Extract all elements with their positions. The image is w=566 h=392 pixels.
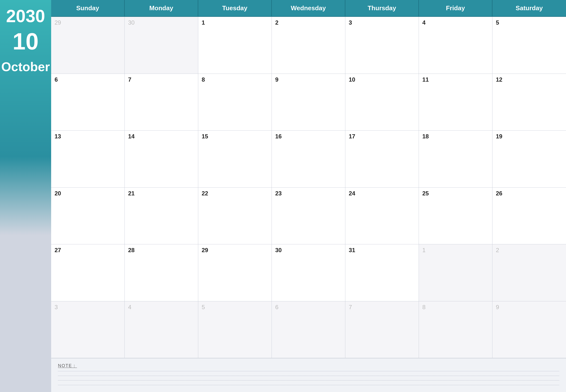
note-line [58, 376, 559, 376]
day-cell: 20 [51, 188, 125, 245]
note-line [58, 385, 559, 385]
day-number: 31 [349, 247, 355, 253]
day-cell: 14 [125, 131, 198, 188]
days-grid: 2930123456789101112131415161718192021222… [51, 17, 566, 358]
year-label: 2030 [6, 7, 45, 25]
day-cell: 3 [51, 301, 125, 358]
day-cell: 8 [419, 301, 492, 358]
day-cell: 8 [198, 74, 272, 131]
day-number: 2 [496, 247, 499, 253]
day-cell: 15 [198, 131, 272, 188]
day-cell: 16 [272, 131, 345, 188]
header-cell-tuesday: Tuesday [198, 0, 272, 17]
day-number: 22 [202, 190, 208, 196]
day-number: 30 [275, 247, 282, 253]
day-number: 15 [202, 133, 208, 140]
header-cell-sunday: Sunday [51, 0, 125, 17]
month-number-label: 10 [13, 30, 39, 53]
day-cell: 21 [125, 188, 198, 245]
day-number: 30 [128, 19, 135, 26]
day-cell: 30 [125, 17, 198, 74]
day-cell: 6 [51, 74, 125, 131]
day-cell: 7 [345, 301, 419, 358]
day-cell: 13 [51, 131, 125, 188]
day-number: 9 [275, 76, 278, 83]
calendar-area: SundayMondayTuesdayWednesdayThursdayFrid… [51, 0, 566, 392]
notes-section: NOTE： [51, 358, 566, 392]
day-cell: 30 [272, 244, 345, 301]
day-cell: 11 [419, 74, 492, 131]
day-cell: 25 [419, 188, 492, 245]
header-cell-wednesday: Wednesday [272, 0, 345, 17]
day-number: 18 [422, 133, 429, 140]
day-number: 8 [202, 76, 205, 83]
day-number: 4 [128, 304, 131, 310]
day-cell: 2 [492, 244, 566, 301]
day-number: 7 [128, 76, 131, 83]
day-number: 20 [55, 190, 61, 196]
day-cell: 29 [198, 244, 272, 301]
day-number: 16 [275, 133, 282, 140]
day-number: 26 [496, 190, 502, 196]
day-cell: 28 [125, 244, 198, 301]
day-cell: 9 [272, 74, 345, 131]
day-cell: 4 [125, 301, 198, 358]
day-number: 5 [496, 19, 499, 26]
day-number: 6 [55, 76, 58, 83]
day-number: 2 [275, 19, 278, 26]
day-number: 19 [496, 133, 502, 140]
day-number: 7 [349, 304, 352, 310]
day-number: 28 [128, 247, 135, 253]
day-cell: 17 [345, 131, 419, 188]
day-number: 1 [422, 247, 426, 253]
day-cell: 7 [125, 74, 198, 131]
day-number: 29 [202, 247, 208, 253]
day-number: 8 [422, 304, 426, 310]
day-cell: 4 [419, 17, 492, 74]
day-number: 5 [202, 304, 205, 310]
day-cell: 18 [419, 131, 492, 188]
day-cell: 1 [198, 17, 272, 74]
header-cell-saturday: Saturday [492, 0, 566, 17]
day-cell: 1 [419, 244, 492, 301]
day-number: 1 [202, 19, 205, 26]
day-cell: 3 [345, 17, 419, 74]
calendar-header: SundayMondayTuesdayWednesdayThursdayFrid… [51, 0, 566, 17]
day-cell: 27 [51, 244, 125, 301]
day-number: 9 [496, 304, 499, 310]
day-cell: 31 [345, 244, 419, 301]
note-line [58, 371, 559, 371]
calendar-grid: SundayMondayTuesdayWednesdayThursdayFrid… [51, 0, 566, 358]
day-number: 6 [275, 304, 278, 310]
day-number: 3 [349, 19, 352, 26]
note-label: NOTE： [58, 363, 559, 369]
day-number: 23 [275, 190, 282, 196]
day-cell: 6 [272, 301, 345, 358]
day-cell: 29 [51, 17, 125, 74]
header-cell-thursday: Thursday [345, 0, 419, 17]
header-cell-monday: Monday [125, 0, 198, 17]
day-number: 27 [55, 247, 61, 253]
day-number: 12 [496, 76, 502, 83]
day-cell: 12 [492, 74, 566, 131]
day-cell: 22 [198, 188, 272, 245]
day-cell: 26 [492, 188, 566, 245]
day-cell: 5 [198, 301, 272, 358]
sidebar: 2030 10 October [0, 0, 51, 392]
day-number: 4 [422, 19, 426, 26]
day-cell: 2 [272, 17, 345, 74]
month-name-label: October [1, 60, 50, 73]
day-number: 13 [55, 133, 61, 140]
day-cell: 9 [492, 301, 566, 358]
day-number: 10 [349, 76, 355, 83]
day-cell: 24 [345, 188, 419, 245]
day-cell: 23 [272, 188, 345, 245]
day-number: 25 [422, 190, 429, 196]
day-number: 24 [349, 190, 355, 196]
day-number: 29 [55, 19, 61, 26]
day-number: 17 [349, 133, 355, 140]
day-cell: 19 [492, 131, 566, 188]
day-number: 3 [55, 304, 58, 310]
day-cell: 10 [345, 74, 419, 131]
note-line [58, 380, 559, 380]
